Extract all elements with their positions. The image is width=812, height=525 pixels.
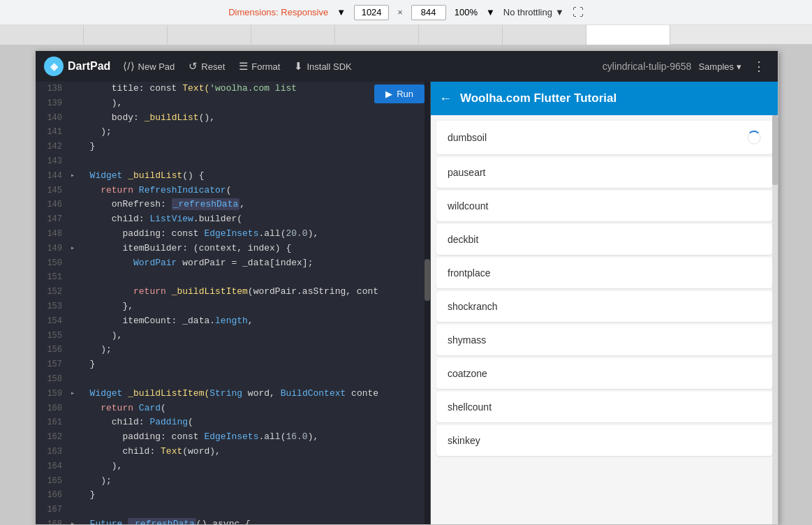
throttle-button[interactable]: No throttling ▼ (503, 7, 564, 17)
format-button[interactable]: ☰ Format (232, 56, 287, 77)
fold-arrow[interactable] (71, 198, 79, 199)
code-line: 156 ); (36, 343, 430, 357)
fold-arrow[interactable] (71, 300, 79, 301)
reset-button[interactable]: ↺ Reset (182, 56, 232, 77)
fold-arrow[interactable]: ▸ (71, 387, 79, 399)
fold-arrow[interactable] (71, 343, 79, 344)
code-line: 143 (36, 154, 430, 169)
preview-title: Woolha.com Flutter Tutorial (460, 91, 617, 105)
code-text: return _buildListItem(wordPair.asString,… (79, 285, 425, 300)
code-text: onRefresh: _refreshData, (79, 198, 425, 212)
expand-button[interactable]: ⛶ (573, 6, 584, 19)
fold-arrow[interactable]: ▸ (71, 517, 79, 524)
fold-arrow[interactable] (71, 154, 79, 156)
code-line: 163 child: Text(word), (36, 445, 430, 459)
list-item[interactable]: shymass (436, 325, 772, 355)
fold-arrow[interactable] (71, 184, 79, 185)
list-item[interactable]: coatzone (436, 358, 772, 389)
fold-arrow[interactable] (71, 285, 79, 286)
code-text: return RefreshIndicator( (79, 184, 425, 198)
fold-arrow[interactable] (71, 140, 79, 141)
back-button[interactable]: ← (439, 91, 452, 106)
code-text: ); (79, 474, 425, 489)
fold-arrow[interactable]: ▸ (71, 242, 79, 254)
fold-arrow[interactable] (71, 270, 79, 272)
tab-7[interactable] (503, 25, 586, 45)
fold-arrow[interactable] (71, 256, 79, 258)
fold-arrow[interactable] (71, 96, 79, 98)
preview-scrollbar-thumb[interactable] (772, 115, 778, 185)
code-text: return Card( (79, 401, 425, 416)
list-item[interactable]: deckbit (436, 224, 772, 255)
fold-arrow[interactable] (71, 314, 79, 316)
fold-arrow[interactable] (71, 82, 79, 83)
chevron-down-icon-throttle: ▼ (555, 7, 564, 17)
list-item[interactable]: pauseart (436, 157, 772, 188)
code-editor[interactable]: ▶ Run 138 title: const Text('woolha.com … (36, 82, 430, 524)
editor-scrollbar[interactable] (425, 82, 430, 524)
format-icon: ☰ (239, 60, 248, 73)
fold-arrow[interactable] (71, 372, 79, 374)
line-number: 150 (41, 256, 62, 270)
code-line: 142 } (36, 140, 430, 154)
list-item[interactable]: frontplace (436, 258, 772, 288)
tab-5[interactable] (335, 25, 419, 45)
code-line: 147 child: ListView.builder( (36, 212, 430, 227)
fold-arrow[interactable] (71, 227, 79, 228)
tab-4[interactable] (251, 25, 335, 45)
fold-arrow[interactable] (71, 445, 79, 446)
code-line: 157 } (36, 357, 430, 372)
list-item[interactable]: dumbsoil (436, 121, 772, 154)
samples-label: Samples (698, 61, 734, 72)
list-item[interactable]: skinkey (436, 425, 772, 456)
code-line: 167 (36, 503, 430, 517)
samples-button[interactable]: Samples ▾ (691, 57, 748, 76)
height-input[interactable] (411, 5, 446, 20)
code-line: 165 ); (36, 474, 430, 489)
run-button[interactable]: ▶ Run (374, 84, 425, 103)
tab-6[interactable] (419, 25, 503, 45)
fold-arrow[interactable] (71, 459, 79, 461)
line-number: 161 (41, 415, 62, 429)
fold-arrow[interactable] (71, 329, 79, 330)
preview-scrollbar[interactable] (772, 115, 778, 524)
code-text: title: const Text('woolha.com list (79, 82, 425, 96)
code-text (79, 503, 425, 517)
list-item[interactable]: wildcount (436, 191, 772, 221)
code-line: 159▸ Widget _buildListItem(String word, … (36, 387, 430, 401)
fold-arrow[interactable]: ▸ (71, 169, 79, 182)
tab-2[interactable] (84, 25, 168, 45)
fold-arrow[interactable] (71, 212, 79, 214)
line-number: 144 (41, 169, 62, 183)
fold-arrow[interactable] (71, 474, 79, 475)
chevron-down-icon[interactable]: ▼ (337, 7, 346, 17)
code-text (79, 154, 425, 169)
code-text: Widget _buildList() { (79, 169, 425, 184)
tab-8[interactable] (586, 25, 670, 45)
fold-arrow[interactable] (71, 415, 79, 417)
editor-scrollbar-thumb[interactable] (425, 259, 430, 301)
preview-list[interactable]: dumbsoilpauseartwildcountdeckbitfrontpla… (431, 115, 778, 524)
chevron-down-icon-zoom[interactable]: ▼ (486, 7, 495, 17)
fold-arrow[interactable] (71, 488, 79, 489)
fold-arrow[interactable] (71, 111, 79, 112)
fold-arrow[interactable] (71, 357, 79, 359)
tab-3[interactable] (168, 25, 251, 45)
width-input[interactable] (354, 5, 389, 20)
editor-inner[interactable]: ▶ Run 138 title: const Text('woolha.com … (36, 82, 430, 524)
more-button[interactable]: ⋮ (748, 56, 769, 77)
line-number: 145 (41, 184, 62, 198)
list-item[interactable]: shellcount (436, 392, 772, 422)
tab-1[interactable] (0, 25, 84, 45)
code-line: 155 ), (36, 329, 430, 343)
list-item[interactable]: shockranch (436, 291, 772, 322)
code-area[interactable]: 138 title: const Text('woolha.com list13… (36, 82, 430, 524)
new-pad-button[interactable]: ⟨/⟩ New Pad (116, 56, 182, 77)
install-sdk-button[interactable]: ⬇ Install SDK (287, 56, 358, 77)
fold-arrow[interactable] (71, 503, 79, 504)
dimension-label[interactable]: Dimensions: Responsive (228, 7, 328, 17)
fold-arrow[interactable] (71, 125, 79, 126)
fold-arrow[interactable] (71, 401, 79, 403)
line-number: 147 (41, 212, 62, 226)
fold-arrow[interactable] (71, 430, 79, 431)
